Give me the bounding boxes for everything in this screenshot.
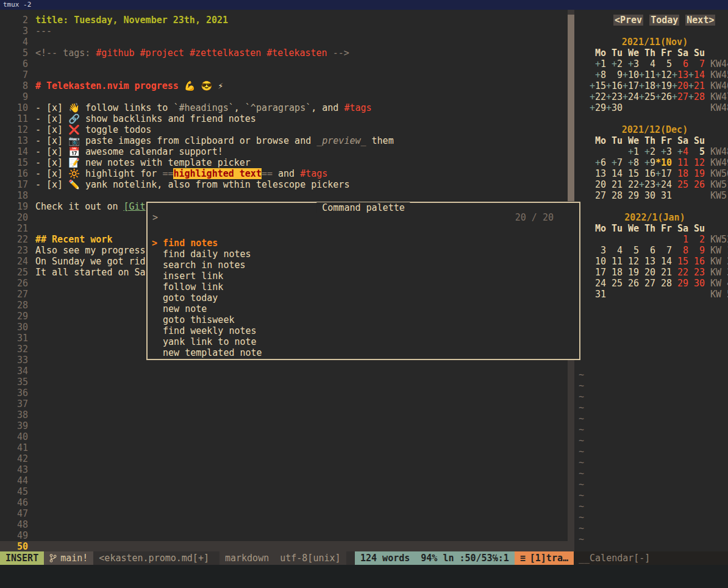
editor-line[interactable]: 35: [0, 377, 568, 388]
calendar-day[interactable]: +23: [639, 179, 655, 190]
calendar-day[interactable]: 21: [655, 267, 672, 278]
calendar-day[interactable]: 31: [590, 289, 606, 300]
editor-line[interactable]: 5<!-- tags: #github #project #zettelkast…: [0, 48, 568, 58]
calendar-day[interactable]: 24: [590, 278, 606, 289]
calendar-day[interactable]: +2: [606, 58, 623, 69]
editor-line[interactable]: 49: [0, 530, 568, 541]
calendar-day[interactable]: 29: [623, 190, 639, 201]
calendar-day[interactable]: 25: [672, 179, 688, 190]
editor-line[interactable]: 18: [0, 190, 568, 201]
calendar-day[interactable]: *10: [655, 157, 672, 168]
editor-line[interactable]: 39: [0, 420, 568, 431]
calendar-day[interactable]: 30: [639, 190, 655, 201]
calendar-day[interactable]: +8: [623, 157, 639, 168]
palette-item[interactable]: find weekly notes: [148, 325, 579, 336]
calendar-day[interactable]: +9: [639, 157, 655, 168]
calendar-day[interactable]: 20: [590, 179, 606, 190]
calendar-day[interactable]: 4: [606, 245, 623, 256]
calendar-day[interactable]: 22: [672, 267, 688, 278]
calendar-day[interactable]: 28: [606, 190, 623, 201]
editor-line[interactable]: 2title: Tuesday, November 23th, 2021: [0, 15, 568, 26]
calendar-day[interactable]: 13: [639, 256, 655, 267]
calendar-day[interactable]: 27: [639, 278, 655, 289]
calendar-day[interactable]: 8: [672, 245, 688, 256]
calendar-day[interactable]: +18: [639, 80, 655, 91]
calendar-day[interactable]: 5: [623, 245, 639, 256]
calendar-day[interactable]: 14: [606, 168, 623, 179]
editor-line[interactable]: 14- [x] 📅 awesome calendar support!: [0, 146, 568, 157]
editor-line[interactable]: 43: [0, 464, 568, 475]
calendar-day[interactable]: +23: [606, 91, 623, 102]
editor-line[interactable]: 41: [0, 442, 568, 453]
scrollbar-thumb[interactable]: [568, 15, 574, 201]
calendar-day[interactable]: +1: [590, 58, 606, 69]
calendar-day[interactable]: 9: [688, 245, 705, 256]
calendar-day[interactable]: 18: [672, 168, 688, 179]
calendar-day[interactable]: 21: [606, 179, 623, 190]
calendar-day[interactable]: 20: [639, 267, 655, 278]
editor-line[interactable]: 12- [x] ❌ toggle todos: [0, 124, 568, 135]
palette-item[interactable]: yank link to note: [148, 336, 579, 347]
calendar-day[interactable]: +3: [655, 146, 672, 157]
editor-line[interactable]: 46: [0, 497, 568, 508]
palette-item[interactable]: new note: [148, 303, 579, 314]
calendar-day[interactable]: +14: [688, 69, 705, 80]
calendar-day[interactable]: +16: [606, 80, 623, 91]
calendar-day[interactable]: 26: [688, 179, 705, 190]
calendar-day[interactable]: 22: [623, 179, 639, 190]
calendar-day[interactable]: +1: [623, 146, 639, 157]
editor-line[interactable]: 47: [0, 508, 568, 519]
calendar-day[interactable]: 26: [623, 278, 639, 289]
editor-line[interactable]: 13- [x] 📷 paste images from clipboard or…: [0, 135, 568, 146]
editor-line[interactable]: 7: [0, 69, 568, 80]
calendar-pane[interactable]: <Prev Today Next> 2021/11(Nov)MoTuWeThFr…: [574, 10, 728, 551]
calendar-day[interactable]: +12: [655, 69, 672, 80]
calendar-day[interactable]: +24: [623, 91, 639, 102]
calendar-day[interactable]: +24: [655, 179, 672, 190]
calendar-day[interactable]: 3: [590, 245, 606, 256]
calendar-day[interactable]: 18: [606, 267, 623, 278]
calendar-day[interactable]: +10: [623, 69, 639, 80]
calendar-day[interactable]: 13: [590, 168, 606, 179]
editor-line[interactable]: 37: [0, 398, 568, 409]
editor-line[interactable]: 50: [0, 541, 568, 551]
calendar-day[interactable]: +17: [655, 168, 672, 179]
calendar-day[interactable]: 1: [672, 234, 688, 245]
editor-line[interactable]: 40: [0, 431, 568, 442]
calendar-day[interactable]: 29: [672, 278, 688, 289]
calendar-today-button[interactable]: Today: [649, 15, 679, 26]
calendar-day[interactable]: 11: [606, 256, 623, 267]
palette-item[interactable]: new templated note: [148, 347, 579, 358]
editor-line[interactable]: 16- [x] 🔆 highlight for ==highlighted te…: [0, 168, 568, 179]
editor-line[interactable]: 36: [0, 388, 568, 398]
calendar-day[interactable]: +19: [655, 80, 672, 91]
editor-line[interactable]: 17- [x] ✏️ yank notelink, also from wthi…: [0, 179, 568, 190]
calendar-day[interactable]: 23: [688, 267, 705, 278]
editor-line[interactable]: 38: [0, 409, 568, 420]
editor-line[interactable]: 6: [0, 58, 568, 69]
calendar-day[interactable]: 4: [639, 58, 655, 69]
editor-line[interactable]: 15- [x] 📝 new notes with template picker: [0, 157, 568, 168]
calendar-day[interactable]: +25: [639, 91, 655, 102]
calendar-day[interactable]: +7: [606, 157, 623, 168]
editor-line[interactable]: 11- [x] 🔗 show backlinks and friend note…: [0, 113, 568, 124]
calendar-day[interactable]: 11: [672, 157, 688, 168]
calendar-day[interactable]: +26: [655, 91, 672, 102]
editor-line[interactable]: 45: [0, 486, 568, 497]
calendar-day[interactable]: +6: [590, 157, 606, 168]
calendar-day[interactable]: +27: [672, 91, 688, 102]
palette-item[interactable]: find daily notes: [148, 249, 579, 260]
palette-item[interactable]: goto thisweek: [148, 314, 579, 325]
calendar-day[interactable]: +15: [590, 80, 606, 91]
palette-item[interactable]: follow link: [148, 282, 579, 292]
editor-line[interactable]: 10- [x] 👋 follow links to `#headings`, `…: [0, 102, 568, 113]
calendar-next-button[interactable]: Next>: [685, 15, 715, 26]
calendar-day[interactable]: 5: [688, 146, 705, 157]
calendar-day[interactable]: +29: [590, 102, 606, 113]
calendar-day[interactable]: +13: [672, 69, 688, 80]
calendar-day[interactable]: 15: [672, 256, 688, 267]
calendar-day[interactable]: 17: [590, 267, 606, 278]
calendar-day[interactable]: +2: [639, 146, 655, 157]
calendar-day[interactable]: +30: [606, 102, 623, 113]
editor-line[interactable]: 8# Telekasten.nvim progress 💪 😎 ⚡: [0, 80, 568, 91]
